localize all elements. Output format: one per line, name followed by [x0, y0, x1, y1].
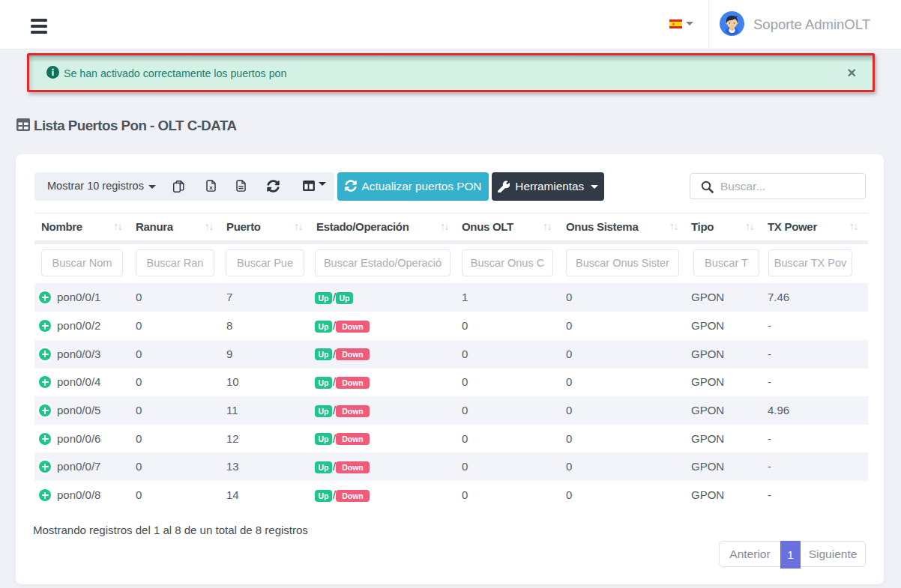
svg-text:x: x — [209, 184, 213, 191]
